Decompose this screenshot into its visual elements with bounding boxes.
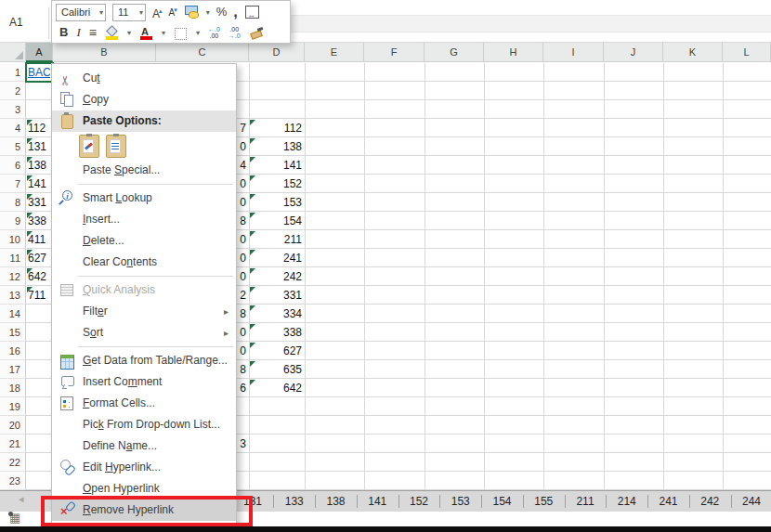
font-color-icon[interactable]: A: [139, 24, 153, 41]
chevron-down-icon[interactable]: ▾: [162, 29, 165, 37]
menu-item-sort[interactable]: Sort▸: [52, 322, 236, 344]
font-size-select[interactable]: 11 ▾: [112, 4, 146, 21]
font-name-select[interactable]: Calibri ▾: [56, 4, 106, 21]
menu-item-insert-comment[interactable]: Insert Comment: [52, 371, 236, 393]
bold-button[interactable]: B: [59, 24, 68, 41]
sheet-tab-214[interactable]: 214: [608, 493, 646, 511]
column-header-D[interactable]: D: [249, 43, 305, 62]
sheet-tab-152[interactable]: 152: [400, 493, 438, 511]
row-header-16[interactable]: 16: [0, 342, 26, 360]
cell-D13[interactable]: 331: [251, 286, 302, 305]
cell-D17[interactable]: 635: [251, 360, 302, 379]
row-header-17[interactable]: 17: [0, 360, 26, 379]
menu-item-insert[interactable]: Insert...: [52, 209, 236, 230]
menu-item-pick-from-drop-down-list[interactable]: Pick From Drop-down List...: [52, 414, 236, 435]
italic-button[interactable]: I: [76, 24, 80, 41]
row-header-21[interactable]: 21: [0, 435, 26, 453]
menu-item-define-name[interactable]: Define Name...: [52, 435, 236, 457]
row-header-6[interactable]: 6: [0, 156, 26, 175]
column-header-H[interactable]: H: [484, 43, 543, 62]
column-header-E[interactable]: E: [305, 43, 364, 62]
row-header-11[interactable]: 11: [0, 249, 26, 267]
paste-button[interactable]: [106, 135, 126, 158]
format-painter-icon[interactable]: [249, 25, 264, 40]
sheet-tab-242[interactable]: 242: [691, 493, 728, 511]
cell-D9[interactable]: 154: [251, 212, 302, 230]
menu-item-clear-contents[interactable]: Clear Contents: [52, 252, 236, 273]
cell-D11[interactable]: 241: [251, 249, 302, 267]
column-header-I[interactable]: I: [543, 43, 604, 62]
cell-D7[interactable]: 152: [251, 175, 302, 193]
row-header-13[interactable]: 13: [0, 286, 26, 305]
percent-style-button[interactable]: %: [216, 4, 228, 20]
sheet-tab-133[interactable]: 133: [276, 493, 313, 511]
row-header-19[interactable]: 19: [0, 397, 26, 416]
row-header-7[interactable]: 7: [0, 175, 26, 193]
decrease-decimal-button[interactable]: .00→.0: [229, 26, 241, 40]
cell-D14[interactable]: 334: [251, 305, 302, 323]
column-header-J[interactable]: J: [604, 43, 663, 62]
chevron-down-icon[interactable]: ▾: [127, 29, 131, 37]
sheet-tab-154[interactable]: 154: [484, 493, 521, 511]
menu-item-copy[interactable]: Copy: [52, 89, 236, 110]
row-header-2[interactable]: 2: [0, 82, 26, 100]
cell-D15[interactable]: 338: [251, 323, 302, 342]
paste-formatting-button[interactable]: [79, 135, 99, 158]
cell-D6[interactable]: 141: [251, 156, 302, 175]
menu-item-format-cells[interactable]: Format Cells...: [52, 393, 236, 414]
sheet-tab-141[interactable]: 141: [359, 493, 396, 511]
chevron-down-icon[interactable]: ▾: [196, 29, 200, 37]
column-header-C[interactable]: C: [156, 43, 249, 62]
chevron-down-icon[interactable]: ▾: [206, 8, 210, 17]
autofit-width-icon[interactable]: [244, 5, 260, 19]
sheet-tab-153[interactable]: 153: [442, 493, 479, 511]
sheet-tab-155[interactable]: 155: [525, 493, 562, 511]
row-header-1[interactable]: 1: [0, 63, 26, 82]
row-header-4[interactable]: 4: [0, 119, 26, 137]
cell-D4[interactable]: 112: [251, 119, 302, 137]
cell-D5[interactable]: 138: [251, 137, 302, 156]
menu-item-edit-hyperlink[interactable]: Edit Hyperlink...: [52, 457, 236, 478]
sheet-tab-241[interactable]: 241: [650, 493, 687, 511]
row-header-15[interactable]: 15: [0, 323, 26, 342]
column-header-B[interactable]: B: [53, 43, 156, 62]
row-header-20[interactable]: 20: [0, 416, 26, 435]
row-header-18[interactable]: 18: [0, 379, 26, 397]
align-center-icon[interactable]: ≡: [89, 24, 97, 41]
tab-scroll-left-icon[interactable]: ◂: [19, 493, 24, 505]
menu-item-paste-options[interactable]: Paste Options:: [52, 110, 236, 132]
column-header-K[interactable]: K: [663, 43, 723, 62]
cell-D16[interactable]: 627: [251, 342, 302, 360]
sheet-tab-138[interactable]: 138: [318, 493, 355, 511]
row-header-3[interactable]: 3: [0, 100, 26, 119]
menu-item-filter[interactable]: Filter▸: [52, 301, 236, 322]
row-header-10[interactable]: 10: [0, 230, 26, 249]
cell-D10[interactable]: 211: [251, 230, 302, 249]
row-header-22[interactable]: 22: [0, 453, 26, 472]
macro-record-icon[interactable]: ▦: [9, 511, 20, 526]
decrease-font-size-button[interactable]: A▾: [169, 2, 177, 21]
row-header-5[interactable]: 5: [0, 137, 26, 156]
accounting-format-icon[interactable]: [184, 4, 200, 20]
cell-D8[interactable]: 153: [251, 193, 302, 212]
column-header-L[interactable]: L: [723, 43, 771, 62]
menu-item-get-data-from-table-range[interactable]: Get Data from Table/Range...: [52, 350, 236, 371]
column-header-G[interactable]: G: [425, 43, 484, 62]
row-header-23[interactable]: 23: [0, 472, 26, 490]
row-header-12[interactable]: 12: [0, 267, 26, 286]
formula-bar[interactable]: [291, 15, 771, 32]
row-header-14[interactable]: 14: [0, 305, 26, 323]
row-header-8[interactable]: 8: [0, 193, 26, 212]
sheet-tab-244[interactable]: 244: [733, 493, 770, 511]
cell-D12[interactable]: 242: [251, 267, 302, 286]
column-header-F[interactable]: F: [364, 43, 425, 62]
row-header-9[interactable]: 9: [0, 212, 26, 230]
comma-style-button[interactable]: ,: [233, 7, 237, 17]
increase-decimal-button[interactable]: ←.0.00: [208, 26, 220, 40]
cell-D18[interactable]: 642: [251, 379, 302, 397]
menu-item-smart-lookup[interactable]: Smart Lookup: [52, 188, 236, 209]
column-header-A[interactable]: A: [26, 43, 53, 62]
borders-icon[interactable]: [174, 26, 188, 40]
sheet-tab-211[interactable]: 211: [567, 493, 604, 511]
menu-item-cut[interactable]: Cut: [52, 68, 236, 89]
